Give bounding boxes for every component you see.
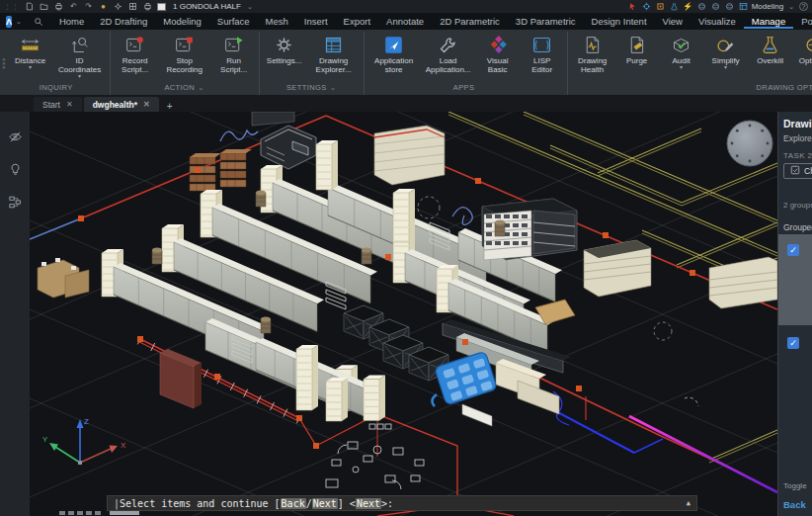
lighting-icon[interactable] — [8, 162, 23, 181]
run-script-icon — [223, 34, 245, 55]
group-checkbox-2[interactable]: ✓ — [787, 337, 799, 349]
keyword-next[interactable]: Next — [312, 498, 338, 509]
isolate-entities-icon[interactable] — [8, 129, 23, 148]
undo-icon[interactable]: ↶ — [68, 2, 79, 12]
drawing-health-button[interactable]: Drawing Health — [571, 33, 614, 74]
menu-manage[interactable]: Manage — [744, 14, 793, 29]
keyword-default-next[interactable]: Next — [356, 498, 381, 509]
command-line[interactable]: |Select items and continue [Back/Next] <… — [107, 495, 697, 511]
close-icon[interactable]: ✕ — [143, 100, 150, 109]
ribbon-group-inquiry: Distance ▾ ID Coordinates ▾ INQUIRY — [6, 32, 111, 95]
menu-visualize[interactable]: Visualize — [690, 14, 744, 29]
orbit-icon[interactable] — [696, 2, 707, 12]
render-icon[interactable] — [724, 2, 735, 12]
tab-start[interactable]: Start ✕ — [34, 97, 82, 112]
menu-modeling[interactable]: Modeling — [155, 14, 209, 29]
workspace-name[interactable]: Modeling — [752, 2, 783, 11]
overkill-button[interactable]: Overkill — [749, 33, 792, 65]
task-label: TASK 2 — [783, 151, 812, 160]
app-logo[interactable]: Λ — [6, 16, 12, 28]
new-tab-button[interactable]: + — [161, 101, 179, 112]
run-script-button[interactable]: Run Script... — [212, 33, 256, 74]
menu-insert[interactable]: Insert — [296, 14, 336, 29]
table-icon[interactable] — [738, 2, 749, 12]
lisp-editor-button[interactable]: ( ) LISP Editor — [521, 33, 564, 74]
group-checkbox-1[interactable]: ✓ — [787, 244, 799, 256]
record-script-button[interactable]: Record Script... — [114, 33, 157, 74]
ribbon-group-action: Record Script... Stop Recording Run Scri… — [111, 32, 260, 95]
layout-grid-icon[interactable] — [127, 2, 138, 12]
purge-button[interactable]: Purge — [615, 33, 659, 65]
logo-dropdown-icon[interactable]: ⌄ — [16, 18, 22, 26]
open-file-icon[interactable] — [39, 2, 49, 12]
simplify-icon — [715, 34, 737, 55]
plot-icon[interactable] — [142, 2, 153, 12]
flask-icon[interactable] — [669, 2, 680, 12]
group-card[interactable]: ✓ — [778, 234, 812, 325]
drawing-health-icon — [582, 34, 604, 55]
document-tab-bar: Start ✕ dwghealth* ✕ + — [0, 95, 812, 112]
visual-basic-button[interactable]: Visual Basic — [476, 33, 520, 74]
grouped-section-label: Grouped — [783, 222, 812, 232]
menu-export[interactable]: Export — [336, 14, 378, 29]
menu-view[interactable]: View — [655, 14, 690, 29]
menu-mesh[interactable]: Mesh — [258, 14, 296, 29]
print-icon[interactable] — [53, 2, 64, 12]
left-toolbar — [0, 112, 30, 516]
settings-button[interactable]: Settings... — [263, 33, 306, 65]
lightning-icon[interactable]: ⚡ — [683, 2, 693, 12]
stop-recording-button[interactable]: Stop Recording — [158, 33, 211, 74]
menu-2d-parametric[interactable]: 2D Parametric — [432, 14, 508, 29]
optimize-button[interactable]: Optimize — [793, 33, 812, 65]
snap-icon[interactable] — [655, 2, 666, 12]
structure-panel-icon[interactable] — [8, 195, 23, 214]
menu-3d-parametric[interactable]: 3D Parametric — [508, 14, 584, 29]
cursor-icon[interactable] — [627, 2, 638, 12]
menu-point-cloud[interactable]: Point Cloud — [793, 14, 812, 29]
menu-bar: Λ ⌄ Home 2D Drafting Modeling Surface Me… — [0, 13, 812, 30]
check-task-button[interactable]: Check — [783, 163, 812, 179]
panel-title: Drawing Health — [783, 118, 812, 129]
ucs-y-label: Y — [42, 435, 48, 444]
audit-button[interactable]: Audit ▾ — [660, 33, 703, 70]
stop-recording-icon — [174, 34, 196, 55]
close-icon[interactable]: ✕ — [66, 100, 73, 109]
window-grip: ⋮⋮ — [4, 3, 20, 11]
tab-dwghealth[interactable]: dwghealth* ✕ — [84, 97, 159, 112]
globe-icon[interactable] — [710, 2, 721, 12]
command-history-toggle-icon[interactable]: ▲ — [687, 499, 690, 507]
menu-design-intent[interactable]: Design Intent — [584, 14, 655, 29]
help-icon[interactable]: ? — [799, 2, 808, 11]
distance-icon — [20, 34, 41, 55]
document-dropdown-icon[interactable]: ⌄ — [247, 3, 253, 11]
menu-home[interactable]: Home — [51, 14, 92, 29]
marker-icon[interactable]: ● — [98, 2, 109, 12]
load-application-button[interactable]: Load Application... — [422, 33, 475, 74]
distance-button[interactable]: Distance ▾ — [9, 33, 52, 70]
drawing-viewport[interactable]: ZYX |Select items and continue [Back/Nex… — [30, 112, 777, 516]
ucs-z-label: Z — [84, 417, 89, 426]
keyword-back[interactable]: Back — [281, 498, 306, 509]
application-store-button[interactable]: Application store — [367, 33, 421, 74]
id-coordinates-button[interactable]: ID Coordinates ▾ — [53, 33, 107, 79]
workspace-dropdown-icon[interactable]: ⌄ — [788, 3, 794, 11]
gear-icon[interactable] — [113, 2, 123, 12]
groups-count: 2 groups — [783, 201, 812, 210]
id-coordinates-icon — [69, 34, 91, 55]
ribbon-group-settings: Settings... Drawing Explorer... SETTINGS… — [260, 32, 365, 95]
menu-annotate[interactable]: Annotate — [378, 14, 432, 29]
search-icon[interactable] — [34, 17, 43, 27]
lisp-editor-icon: ( ) — [531, 34, 553, 55]
menu-2d-drafting[interactable]: 2D Drafting — [92, 14, 155, 29]
back-button[interactable]: Back — [783, 499, 806, 510]
color-swatch[interactable] — [157, 3, 166, 11]
new-file-icon[interactable] — [24, 2, 35, 12]
simplify-button[interactable]: Simplify ▾ — [704, 33, 748, 70]
settings-gear-icon — [274, 34, 295, 55]
crosshair-icon[interactable] — [641, 2, 652, 12]
visual-basic-icon — [487, 34, 509, 55]
drawing-explorer-button[interactable]: Drawing Explorer... — [307, 33, 361, 74]
menu-surface[interactable]: Surface — [209, 14, 258, 29]
redo-icon[interactable]: ↷ — [83, 2, 94, 12]
record-script-icon — [124, 34, 146, 55]
